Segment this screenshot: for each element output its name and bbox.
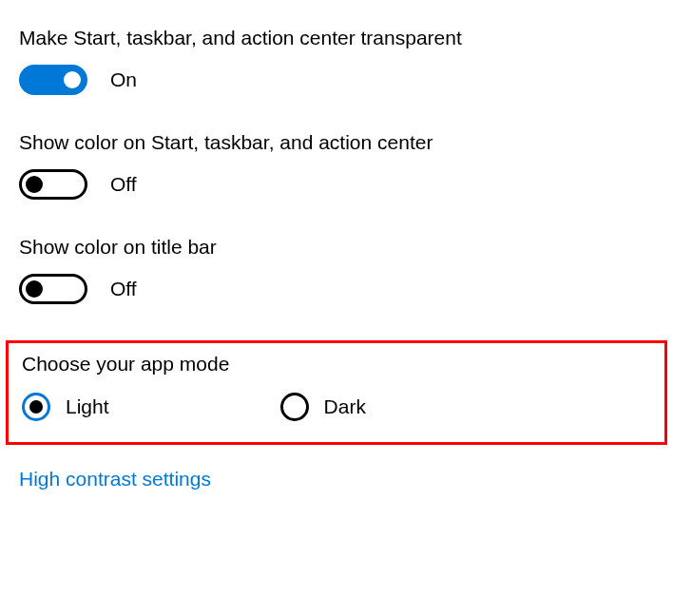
show-color-start-toggle[interactable] [19, 169, 87, 200]
transparency-label: Make Start, taskbar, and action center t… [19, 27, 654, 49]
app-mode-heading: Choose your app mode [22, 353, 651, 375]
show-color-start-label: Show color on Start, taskbar, and action… [19, 131, 654, 154]
setting-show-color-start: Show color on Start, taskbar, and action… [19, 131, 654, 200]
transparency-state: On [110, 68, 137, 91]
radio-dot-icon [29, 400, 43, 414]
show-color-start-state: Off [110, 173, 137, 196]
show-color-start-toggle-row: Off [19, 169, 654, 200]
toggle-knob-icon [26, 176, 43, 193]
show-color-title-toggle[interactable] [19, 274, 87, 304]
transparency-toggle-row: On [19, 65, 654, 95]
show-color-title-label: Show color on title bar [19, 236, 654, 259]
toggle-knob-icon [64, 71, 81, 88]
radio-light-label: Light [66, 395, 109, 418]
app-mode-radio-row: Light Dark [22, 393, 651, 421]
show-color-title-state: Off [110, 278, 137, 300]
toggle-knob-icon [26, 280, 43, 298]
show-color-title-toggle-row: Off [19, 274, 654, 304]
setting-transparency: Make Start, taskbar, and action center t… [19, 27, 654, 95]
radio-light[interactable]: Light [22, 393, 109, 421]
transparency-toggle[interactable] [19, 65, 87, 95]
radio-circle-icon [280, 393, 309, 421]
radio-dark[interactable]: Dark [280, 393, 366, 421]
high-contrast-link[interactable]: High contrast settings [19, 468, 211, 491]
radio-dark-label: Dark [324, 395, 366, 418]
setting-show-color-title: Show color on title bar Off [19, 236, 654, 304]
app-mode-section: Choose your app mode Light Dark [6, 340, 667, 445]
radio-circle-icon [22, 393, 50, 421]
